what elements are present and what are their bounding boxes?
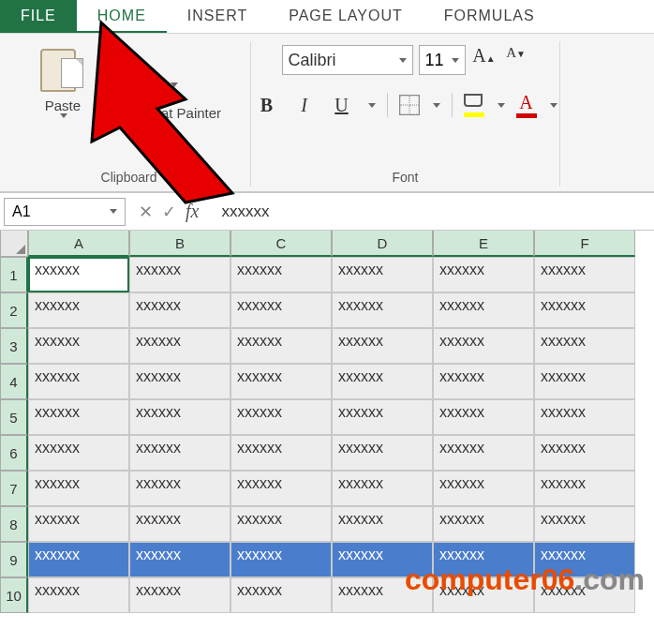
cell[interactable]: xxxxxx bbox=[230, 364, 332, 399]
cell[interactable]: xxxxxx bbox=[534, 435, 635, 471]
cell[interactable]: xxxxxx bbox=[230, 292, 332, 328]
cell[interactable]: xxxxxx bbox=[28, 435, 129, 471]
cell[interactable]: xxxxxx bbox=[129, 328, 230, 364]
cell[interactable]: xxxxxx bbox=[332, 577, 433, 613]
cell[interactable]: xxxxxx bbox=[129, 292, 230, 328]
copy-button[interactable]: Copy bbox=[102, 75, 221, 94]
cell[interactable]: xxxxxx bbox=[28, 292, 129, 328]
tab-file[interactable]: FILE bbox=[0, 0, 77, 33]
cell[interactable]: xxxxxx bbox=[28, 257, 129, 292]
cell[interactable]: xxxxxx bbox=[433, 364, 534, 399]
cell[interactable]: xxxxxx bbox=[28, 328, 129, 364]
cell[interactable]: xxxxxx bbox=[129, 364, 230, 399]
cell[interactable]: xxxxxx bbox=[433, 257, 534, 292]
bold-button[interactable]: B bbox=[254, 92, 280, 118]
cell[interactable]: xxxxxx bbox=[433, 292, 534, 328]
row-header[interactable]: 1 bbox=[0, 257, 28, 292]
cell[interactable]: xxxxxx bbox=[433, 435, 534, 471]
cell[interactable]: xxxxxx bbox=[332, 257, 433, 292]
row-header[interactable]: 7 bbox=[0, 471, 28, 506]
cell[interactable]: xxxxxx bbox=[534, 292, 635, 328]
cell[interactable]: xxxxxx bbox=[28, 506, 129, 542]
cell[interactable]: xxxxxx bbox=[332, 292, 433, 328]
cell[interactable]: xxxxxx bbox=[28, 364, 129, 399]
cell[interactable]: xxxxxx bbox=[332, 542, 433, 577]
cell[interactable]: xxxxxx bbox=[129, 542, 230, 577]
cell[interactable]: xxxxxx bbox=[332, 328, 433, 364]
cell[interactable]: xxxxxx bbox=[332, 471, 433, 506]
fill-color-button[interactable] bbox=[464, 94, 484, 117]
row-header[interactable]: 9 bbox=[0, 542, 28, 577]
chevron-down-icon[interactable] bbox=[171, 82, 178, 87]
tab-insert[interactable]: INSERT bbox=[167, 0, 268, 33]
cell[interactable]: xxxxxx bbox=[433, 542, 534, 577]
cell[interactable]: xxxxxx bbox=[534, 399, 635, 435]
chevron-down-icon[interactable] bbox=[368, 103, 376, 108]
column-header[interactable]: A bbox=[28, 231, 129, 257]
column-header[interactable]: D bbox=[332, 231, 433, 257]
column-header[interactable]: E bbox=[433, 231, 534, 257]
row-header[interactable]: 3 bbox=[0, 328, 28, 364]
tab-home[interactable]: HOME bbox=[77, 0, 167, 33]
column-header[interactable]: B bbox=[129, 231, 230, 257]
font-size-select[interactable]: 11 bbox=[419, 45, 466, 75]
chevron-down-icon[interactable] bbox=[498, 103, 505, 108]
cell[interactable]: xxxxxx bbox=[28, 399, 129, 435]
cell[interactable]: xxxxxx bbox=[129, 506, 230, 542]
select-all-button[interactable] bbox=[0, 231, 28, 257]
cell[interactable]: xxxxxx bbox=[129, 471, 230, 506]
cell[interactable]: xxxxxx bbox=[230, 542, 332, 577]
cell[interactable]: xxxxxx bbox=[230, 506, 332, 542]
cell[interactable]: xxxxxx bbox=[129, 399, 230, 435]
chevron-down-icon[interactable] bbox=[550, 103, 557, 108]
cell[interactable]: xxxxxx bbox=[534, 542, 635, 577]
cell[interactable]: xxxxxx bbox=[332, 364, 433, 399]
format-painter-button[interactable]: Format Painter bbox=[102, 103, 221, 122]
cell[interactable]: xxxxxx bbox=[28, 471, 129, 506]
chevron-down-icon[interactable] bbox=[110, 209, 117, 214]
cell[interactable]: xxxxxx bbox=[129, 577, 230, 613]
row-header[interactable]: 2 bbox=[0, 292, 28, 328]
cell[interactable]: xxxxxx bbox=[230, 471, 332, 506]
cell[interactable]: xxxxxx bbox=[534, 577, 635, 613]
font-color-button[interactable]: A bbox=[516, 92, 537, 118]
cell[interactable]: xxxxxx bbox=[332, 506, 433, 542]
cell[interactable]: xxxxxx bbox=[129, 257, 230, 292]
formula-input[interactable] bbox=[212, 198, 650, 226]
cell[interactable]: xxxxxx bbox=[433, 399, 534, 435]
row-header[interactable]: 4 bbox=[0, 364, 28, 399]
chevron-down-icon[interactable] bbox=[433, 103, 440, 108]
cell[interactable]: xxxxxx bbox=[433, 328, 534, 364]
cell[interactable]: xxxxxx bbox=[534, 328, 635, 364]
cell[interactable]: xxxxxx bbox=[230, 257, 332, 292]
cell[interactable]: xxxxxx bbox=[28, 542, 129, 577]
chevron-down-icon[interactable] bbox=[399, 58, 407, 63]
increase-font-button[interactable]: A▲ bbox=[471, 45, 498, 75]
cell[interactable]: xxxxxx bbox=[28, 577, 129, 613]
cell[interactable]: xxxxxx bbox=[332, 435, 433, 471]
cell[interactable]: xxxxxx bbox=[433, 577, 534, 613]
underline-button[interactable]: U bbox=[329, 92, 355, 118]
tab-formulas[interactable]: FORMULAS bbox=[424, 0, 556, 33]
cell[interactable]: xxxxxx bbox=[230, 399, 332, 435]
cut-button[interactable]: Cut bbox=[102, 47, 221, 66]
cell[interactable]: xxxxxx bbox=[332, 399, 433, 435]
tab-page-layout[interactable]: PAGE LAYOUT bbox=[268, 0, 424, 33]
cell[interactable]: xxxxxx bbox=[534, 506, 635, 542]
cell[interactable]: xxxxxx bbox=[534, 364, 635, 399]
font-name-select[interactable]: Calibri bbox=[282, 45, 413, 75]
cell[interactable]: xxxxxx bbox=[433, 471, 534, 506]
paste-button[interactable]: Paste bbox=[37, 41, 89, 122]
chevron-down-icon[interactable] bbox=[60, 113, 67, 118]
decrease-font-button[interactable]: A▼ bbox=[503, 45, 529, 75]
cell[interactable]: xxxxxx bbox=[230, 435, 332, 471]
cell[interactable]: xxxxxx bbox=[433, 506, 534, 542]
cancel-formula-icon[interactable]: ✕ bbox=[139, 202, 153, 222]
column-header[interactable]: C bbox=[230, 231, 332, 257]
chevron-down-icon[interactable] bbox=[452, 58, 459, 63]
cell[interactable]: xxxxxx bbox=[534, 257, 635, 292]
row-header[interactable]: 5 bbox=[0, 399, 28, 435]
cell[interactable]: xxxxxx bbox=[534, 471, 635, 506]
enter-formula-icon[interactable]: ✓ bbox=[162, 202, 176, 222]
cell[interactable]: xxxxxx bbox=[230, 328, 332, 364]
